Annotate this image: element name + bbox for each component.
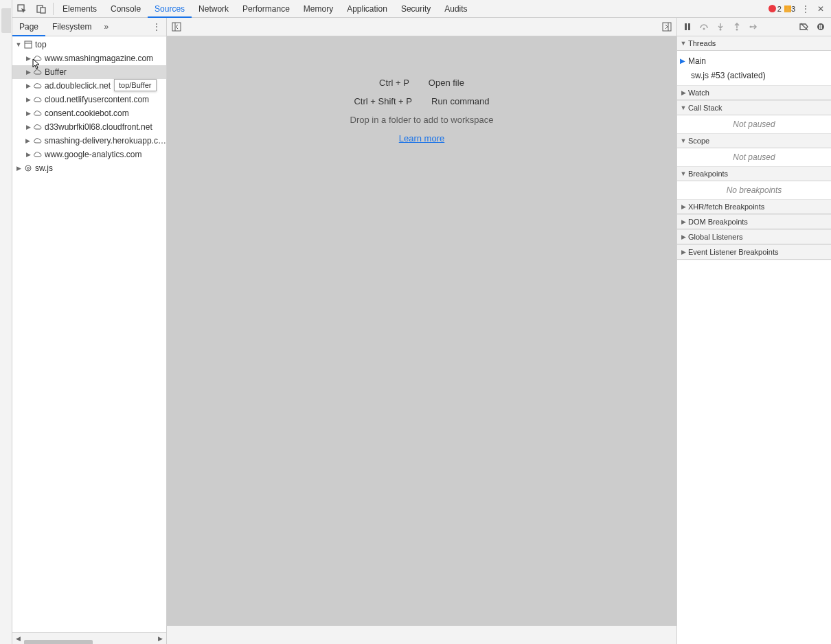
step-into-icon[interactable]	[713, 19, 728, 34]
debugger-sidebar: ▼Threads ▶Main sw.js #53 (activated) ▶Wa…	[676, 18, 831, 644]
sidebar-tab-filesystem[interactable]: Filesystem	[45, 18, 98, 36]
panel-title: XHR/fetch Breakpoints	[688, 203, 764, 211]
close-devtools-icon[interactable]: ✕	[813, 1, 828, 16]
thread-main[interactable]: ▶Main	[677, 54, 831, 68]
inspect-icon[interactable]	[12, 0, 32, 18]
thread-sw[interactable]: sw.js #53 (activated)	[677, 68, 831, 82]
tree-item[interactable]: ▶ www.smashingmagazine.com	[12, 51, 166, 65]
panel-dom: ▶DOM Breakpoints	[677, 215, 831, 230]
warning-badge[interactable]: 3	[784, 5, 795, 13]
gutter-handle[interactable]	[1, 8, 11, 33]
sidebar-menu-icon[interactable]: ⋮	[147, 22, 166, 32]
disclosure-icon[interactable]: ▶	[25, 96, 32, 103]
frame-icon	[23, 40, 33, 49]
sidebar-tab-page[interactable]: Page	[12, 18, 45, 36]
active-thread-icon: ▶	[680, 57, 688, 65]
panel-events: ▶Event Listener Breakpoints	[677, 245, 831, 260]
hint-action: Open file	[429, 78, 464, 88]
panel-header-events[interactable]: ▶Event Listener Breakpoints	[677, 245, 831, 260]
svg-rect-2	[41, 8, 45, 13]
step-over-icon[interactable]	[696, 19, 712, 34]
device-toggle-icon[interactable]	[32, 0, 51, 18]
scroll-right-icon[interactable]: ▶	[155, 633, 166, 645]
main-tabs: Elements Console Sources Network Perform…	[56, 0, 769, 18]
cloud-icon	[33, 150, 43, 159]
tree-item[interactable]: ▶ cloud.netlifyusercontent.com	[12, 93, 166, 106]
scrollbar-thumb[interactable]	[24, 640, 93, 644]
panel-header-callstack[interactable]: ▼Call Stack	[677, 101, 831, 115]
svg-point-18	[817, 23, 824, 30]
svg-point-6	[27, 168, 30, 170]
hide-debugger-icon[interactable]	[657, 22, 676, 32]
tree-item[interactable]: ▶ smashing-delivery.herokuapp.com	[12, 134, 166, 148]
debugger-toolbar	[677, 18, 831, 36]
error-badge[interactable]: 2	[769, 5, 782, 13]
tab-audits[interactable]: Audits	[437, 0, 474, 18]
tab-sources[interactable]: Sources	[148, 0, 192, 18]
tree-label: d33wubrfki0l68.cloudfront.net	[45, 122, 152, 132]
svg-point-5	[25, 165, 31, 171]
editor-tabs-bar	[167, 18, 676, 36]
tree-item[interactable]: ▶ www.google-analytics.com	[12, 148, 166, 161]
panel-header-watch[interactable]: ▶Watch	[677, 86, 831, 100]
svg-rect-20	[821, 25, 823, 29]
tree-label: consent.cookiebot.com	[45, 108, 129, 118]
disclosure-icon[interactable]: ▶	[25, 124, 32, 130]
step-icon[interactable]	[746, 19, 761, 34]
disclosure-icon[interactable]: ▶	[25, 69, 32, 76]
disclosure-icon[interactable]: ▶	[25, 110, 32, 117]
panel-header-breakpoints[interactable]: ▼Breakpoints	[677, 167, 831, 181]
disclosure-icon[interactable]: ▶	[25, 151, 32, 158]
tree-item[interactable]: ▶ consent.cookiebot.com	[12, 106, 166, 120]
sidebar-scrollbar[interactable]: ◀ ▶	[12, 632, 166, 644]
disclosure-icon[interactable]: ▶	[15, 165, 22, 172]
panel-title: Scope	[688, 137, 709, 145]
learn-more-link[interactable]: Learn more	[399, 133, 444, 143]
tab-performance[interactable]: Performance	[236, 0, 297, 18]
settings-menu-icon[interactable]: ⋮	[798, 1, 813, 16]
scroll-left-icon[interactable]: ◀	[12, 633, 24, 645]
panel-scope: ▼Scope Not paused	[677, 134, 831, 167]
pause-exceptions-icon[interactable]	[813, 19, 828, 34]
step-out-icon[interactable]	[729, 19, 744, 34]
svg-rect-12	[688, 23, 690, 30]
disclosure-icon[interactable]: ▶	[25, 55, 32, 62]
panel-header-global[interactable]: ▶Global Listeners	[677, 230, 831, 244]
hide-navigator-icon[interactable]	[167, 22, 186, 32]
panel-header-dom[interactable]: ▶DOM Breakpoints	[677, 215, 831, 229]
scope-empty: Not paused	[677, 148, 831, 166]
tab-memory[interactable]: Memory	[297, 0, 340, 18]
panel-breakpoints: ▼Breakpoints No breakpoints	[677, 167, 831, 200]
tree-top[interactable]: ▼ top	[12, 38, 166, 51]
navigator-sidebar: Page Filesystem » ⋮ ▼ top ▶ www.smashing…	[12, 18, 167, 644]
file-tree[interactable]: ▼ top ▶ www.smashingmagazine.com ▶ Buffe…	[12, 36, 166, 632]
tree-label: www.google-analytics.com	[45, 150, 141, 159]
tab-security[interactable]: Security	[394, 0, 437, 18]
panel-global: ▶Global Listeners	[677, 230, 831, 245]
tab-elements[interactable]: Elements	[56, 0, 104, 18]
tab-console[interactable]: Console	[104, 0, 148, 18]
separator	[53, 3, 54, 15]
tree-item-buffer[interactable]: ▶ Buffer	[12, 65, 166, 79]
pause-icon[interactable]	[680, 19, 695, 34]
disclosure-icon[interactable]: ▶	[25, 137, 32, 144]
panel-header-xhr[interactable]: ▶XHR/fetch Breakpoints	[677, 200, 831, 214]
drop-hint: Drop in a folder to add to workspace	[350, 115, 494, 125]
tree-sw[interactable]: ▶ sw.js	[12, 161, 166, 175]
panel-title: Event Listener Breakpoints	[688, 248, 778, 256]
panel-header-threads[interactable]: ▼Threads	[677, 36, 831, 51]
sidebar-more-tabs-icon[interactable]: »	[101, 19, 111, 34]
tab-application[interactable]: Application	[340, 0, 394, 18]
deactivate-breakpoints-icon[interactable]	[797, 19, 812, 34]
tree-item[interactable]: ▶ d33wubrfki0l68.cloudfront.net	[12, 120, 166, 134]
svg-point-15	[736, 29, 738, 31]
svg-rect-9	[663, 23, 671, 31]
tab-network[interactable]: Network	[192, 0, 236, 18]
disclosure-icon[interactable]: ▶	[25, 82, 32, 89]
warning-count: 3	[791, 5, 795, 13]
disclosure-icon[interactable]: ▼	[15, 41, 22, 48]
hint-key: Ctrl + P	[379, 78, 409, 88]
tree-item[interactable]: ▶ ad.doubleclick.net top/Buffer	[12, 79, 166, 93]
panel-header-scope[interactable]: ▼Scope	[677, 134, 831, 148]
hint-key: Ctrl + Shift + P	[354, 96, 412, 106]
